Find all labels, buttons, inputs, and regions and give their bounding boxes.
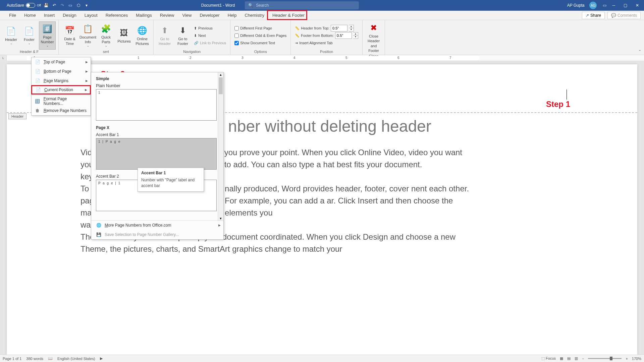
insert-alignment-tab-button[interactable]: ⇥Insert Alignment Tab xyxy=(293,39,360,47)
status-word-count[interactable]: 380 words xyxy=(26,357,43,361)
gallery-item-accent-bar-1[interactable]: 1 | P a g e xyxy=(96,138,217,170)
zoom-out-button[interactable]: − xyxy=(582,357,584,361)
scroll-up-icon[interactable]: ▲ xyxy=(218,72,223,77)
menu-current-position[interactable]: 📄 Current Position ▶ xyxy=(31,85,91,95)
menu-format-page-numbers[interactable]: 🔢 Format Page Numbers... xyxy=(32,97,91,106)
footer-bottom-spinner[interactable]: ▲▼ xyxy=(353,32,358,39)
status-macro-icon[interactable]: ▶ xyxy=(100,356,103,361)
current-position-icon: 📄 xyxy=(36,87,41,93)
tab-insert[interactable]: Insert xyxy=(40,11,59,19)
gallery-heading-page-x: Page X xyxy=(96,124,217,131)
previous-icon: ⬆ xyxy=(194,26,197,31)
close-button[interactable]: ✕ xyxy=(636,3,639,8)
gallery-scrollbar[interactable]: ▲ ▼ xyxy=(218,72,223,221)
autosave-label: AutoSave xyxy=(7,3,24,8)
tab-file[interactable]: File xyxy=(5,11,20,19)
close-header-footer-button[interactable]: ✖ Close Header and Footer xyxy=(365,21,382,54)
user-avatar[interactable]: AG xyxy=(589,2,597,9)
tab-home[interactable]: Home xyxy=(20,11,40,19)
goto-footer-button[interactable]: ⬇ Go to Footer xyxy=(174,21,191,50)
view-print-layout-icon[interactable]: ▦ xyxy=(560,356,563,361)
view-web-layout-icon[interactable]: ▥ xyxy=(575,356,578,361)
doc-para-1: you prove your point. When you click Onl… xyxy=(224,146,470,176)
save-icon[interactable]: 💾 xyxy=(44,3,49,8)
tab-layout[interactable]: Layout xyxy=(80,11,102,19)
document-info-button[interactable]: 📋 Document Info⌄ xyxy=(79,21,96,50)
view-read-mode-icon[interactable]: ▤ xyxy=(567,356,571,361)
header-top-spinner[interactable]: ▲▼ xyxy=(349,25,354,32)
ribbon-group-insert: 📅 Date & Time 📋 Document Info⌄ 🧩 Quick P… xyxy=(59,20,154,55)
pictures-button[interactable]: 🖼 Pictures xyxy=(116,21,132,50)
qat-icon-2[interactable]: ⬡ xyxy=(76,3,81,8)
next-button[interactable]: ⬇Next xyxy=(193,32,227,39)
different-odd-even-check[interactable]: Different Odd & Even Pages xyxy=(233,32,288,39)
doc-para-2: nally produced, Word provides header, fo… xyxy=(225,183,470,224)
ruler-corner: L xyxy=(0,55,7,61)
online-pictures-button[interactable]: 🌐 Online Pictures xyxy=(134,21,151,50)
header-from-top-row: 📏 Header from Top: ▲▼ xyxy=(293,24,360,32)
page-number-menu: 📄 TTop of Pageop of Page ▶ 📄 Bottom of P… xyxy=(31,57,91,116)
previous-button[interactable]: ⬆Previous xyxy=(193,24,227,32)
gallery-save-selection: 💾 Save Selection to Page Number Gallery.… xyxy=(91,230,223,239)
maximize-button[interactable]: ▢ xyxy=(624,3,627,8)
autosave-toggle[interactable]: AutoSave Off xyxy=(7,3,41,8)
status-spell-icon[interactable]: 📖 xyxy=(48,356,53,361)
focus-mode[interactable]: ⬚ Focus xyxy=(541,356,556,361)
footer-button[interactable]: 📄 Footer⌄ xyxy=(21,21,38,50)
tab-view[interactable]: View xyxy=(178,11,196,19)
horizontal-ruler[interactable]: 1 1 2 3 4 5 6 7 xyxy=(7,55,644,61)
search-placeholder: Search xyxy=(256,3,269,8)
status-language[interactable]: English (United States) xyxy=(57,357,95,361)
show-document-text-check[interactable]: Show Document Text xyxy=(233,39,288,47)
menu-bottom-of-page[interactable]: 📄 Bottom of Page ▶ xyxy=(32,67,91,76)
autosave-state: Off xyxy=(37,4,41,7)
qat-icon-1[interactable]: ▭ xyxy=(68,3,73,8)
tab-chemistry[interactable]: Chemistry xyxy=(240,11,268,19)
toggle-switch[interactable] xyxy=(26,3,35,8)
header-top-icon: 📏 xyxy=(295,26,300,31)
tab-help[interactable]: Help xyxy=(224,11,241,19)
different-first-page-check[interactable]: Different First Page xyxy=(233,24,288,32)
qat-more-icon[interactable]: ▾ xyxy=(84,3,89,8)
tab-header-footer[interactable]: Header & Footer xyxy=(268,11,309,19)
date-time-button[interactable]: 📅 Date & Time xyxy=(61,21,78,50)
link-previous-button[interactable]: 🔗Link to Previous xyxy=(193,39,227,47)
tab-references[interactable]: References xyxy=(102,11,132,19)
doc-info-icon: 📋 xyxy=(83,23,93,34)
quick-parts-button[interactable]: 🧩 Quick Parts⌄ xyxy=(98,21,114,50)
tab-review[interactable]: Review xyxy=(156,11,178,19)
zoom-in-button[interactable]: + xyxy=(626,357,628,361)
zoom-slider[interactable] xyxy=(588,358,622,359)
header-from-top-input[interactable] xyxy=(331,25,347,32)
share-button[interactable]: ↗Share xyxy=(582,12,605,19)
tab-mailings[interactable]: Mailings xyxy=(132,11,156,19)
minimize-button[interactable]: ─ xyxy=(612,3,615,8)
comments-button[interactable]: 💬Comments xyxy=(607,12,641,19)
user-name[interactable]: AP Gupta xyxy=(567,3,585,8)
tab-design[interactable]: Design xyxy=(59,11,80,19)
collapse-ribbon-icon[interactable]: ⌃ xyxy=(638,49,641,54)
header-button[interactable]: 📄 Header⌄ xyxy=(3,21,19,50)
search-box[interactable]: 🔍 Search xyxy=(245,1,359,9)
ribbon-display-icon[interactable]: ▭ xyxy=(602,3,607,8)
tab-developer[interactable]: Developer xyxy=(196,11,223,19)
search-icon: 🔍 xyxy=(248,3,253,8)
gallery-item-plain-number[interactable]: 1 xyxy=(96,89,217,121)
gallery-more-from-office[interactable]: 🌐 More Page Numbers from Office.com ▶ xyxy=(91,221,223,230)
menu-page-margins[interactable]: 📄 Page Margins ▶ xyxy=(32,76,91,85)
footer-from-bottom-input[interactable] xyxy=(335,32,352,39)
undo-icon[interactable]: ↶ xyxy=(52,3,57,8)
menu-remove-page-numbers[interactable]: 🗑 Remove Page Numbers xyxy=(32,106,91,115)
scroll-thumb[interactable] xyxy=(219,77,223,94)
close-x-icon: ✖ xyxy=(368,22,379,33)
globe-icon: 🌐 xyxy=(96,223,101,228)
page-number-button[interactable]: #️⃣ Page Number⌄ xyxy=(39,21,56,50)
zoom-level[interactable]: 170% xyxy=(632,357,641,361)
ribbon-group-header-footer: 📄 Header⌄ 📄 Footer⌄ #️⃣ Page Number⌄ Hea… xyxy=(0,20,59,55)
menu-top-of-page[interactable]: 📄 TTop of Pageop of Page ▶ xyxy=(32,57,91,67)
redo-icon[interactable]: ↷ xyxy=(60,3,65,8)
status-page-info[interactable]: Page 1 of 1 xyxy=(3,357,21,361)
gallery-label-plain-number: Plain Number xyxy=(96,82,217,89)
goto-header-button[interactable]: ⬆ Go to Header xyxy=(156,21,173,50)
comments-icon: 💬 xyxy=(611,13,616,18)
